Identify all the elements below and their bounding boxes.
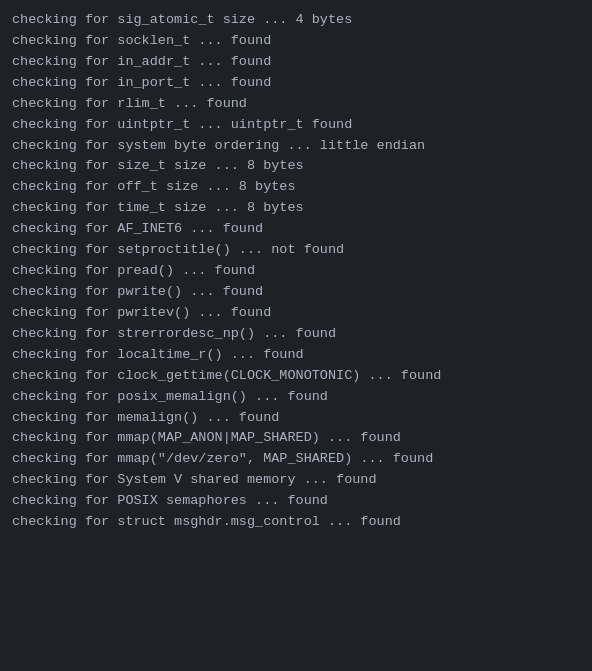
terminal-line: checking for struct msghdr.msg_control .… bbox=[12, 512, 580, 533]
terminal-line: checking for AF_INET6 ... found bbox=[12, 219, 580, 240]
terminal-line: checking for uintptr_t ... uintptr_t fou… bbox=[12, 115, 580, 136]
terminal-line: checking for time_t size ... 8 bytes bbox=[12, 198, 580, 219]
terminal-line: checking for memalign() ... found bbox=[12, 408, 580, 429]
terminal-line: checking for strerrordesc_np() ... found bbox=[12, 324, 580, 345]
terminal-line: checking for pread() ... found bbox=[12, 261, 580, 282]
terminal-line: checking for pwritev() ... found bbox=[12, 303, 580, 324]
terminal-line: checking for system byte ordering ... li… bbox=[12, 136, 580, 157]
terminal-line: checking for pwrite() ... found bbox=[12, 282, 580, 303]
terminal-line: checking for sig_atomic_t size ... 4 byt… bbox=[12, 10, 580, 31]
terminal-line: checking for setproctitle() ... not foun… bbox=[12, 240, 580, 261]
terminal-line: checking for in_port_t ... found bbox=[12, 73, 580, 94]
terminal-line: checking for POSIX semaphores ... found bbox=[12, 491, 580, 512]
terminal-line: checking for System V shared memory ... … bbox=[12, 470, 580, 491]
terminal-line: checking for rlim_t ... found bbox=[12, 94, 580, 115]
terminal-line: checking for socklen_t ... found bbox=[12, 31, 580, 52]
terminal-output: checking for sig_atomic_t size ... 4 byt… bbox=[12, 10, 580, 533]
terminal-line: checking for mmap("/dev/zero", MAP_SHARE… bbox=[12, 449, 580, 470]
terminal-line: checking for clock_gettime(CLOCK_MONOTON… bbox=[12, 366, 580, 387]
terminal-line: checking for posix_memalign() ... found bbox=[12, 387, 580, 408]
terminal-line: checking for in_addr_t ... found bbox=[12, 52, 580, 73]
terminal-line: checking for size_t size ... 8 bytes bbox=[12, 156, 580, 177]
terminal-line: checking for off_t size ... 8 bytes bbox=[12, 177, 580, 198]
terminal-line: checking for mmap(MAP_ANON|MAP_SHARED) .… bbox=[12, 428, 580, 449]
terminal-line: checking for localtime_r() ... found bbox=[12, 345, 580, 366]
